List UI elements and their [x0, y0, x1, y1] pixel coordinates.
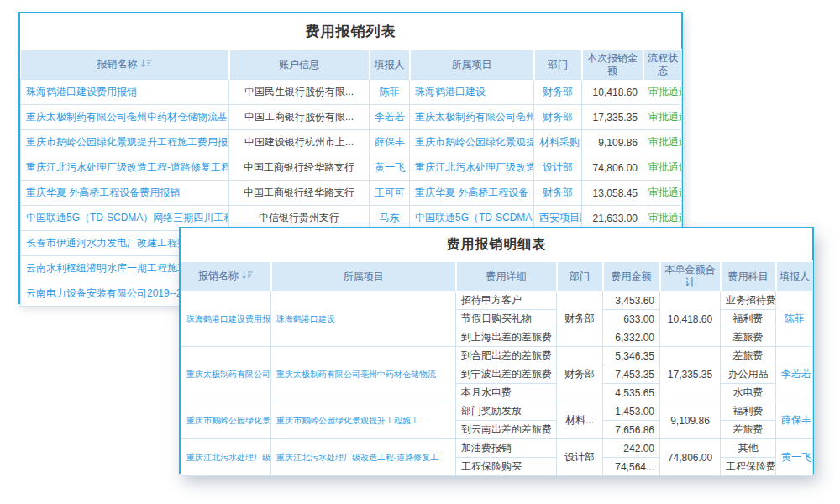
total-cell: 10,418.60	[660, 291, 721, 347]
col-header-amount: 费用金额	[603, 261, 660, 291]
category-cell: 差旅费	[721, 421, 776, 439]
detail-row: 重庆江北污水处理厂级改造工程- 重庆江北污水处理厂级改造工程-道路修复工 加油费…	[181, 439, 813, 458]
account-cell: 中国工商银行经华路支行	[229, 181, 370, 206]
project-link[interactable]: 重庆市鹅岭公园绿化景观提升...	[410, 130, 534, 155]
reporter-link[interactable]: 李若若	[776, 347, 813, 402]
detail-cell: 到云南出差的差旅费	[456, 421, 557, 439]
amount-cell: 7,453.35	[603, 365, 660, 384]
project-link[interactable]: 重庆太极制药有限公司亳州中...	[410, 105, 534, 130]
dept-link[interactable]: 材料采购	[534, 130, 582, 155]
reporter-link[interactable]: 陈菲	[370, 80, 410, 105]
dept-link[interactable]: 财务部	[534, 80, 582, 105]
reimburse-name-link[interactable]: 珠海鹤港口建设费用报销	[21, 80, 229, 105]
status-badge: 审批通过	[643, 181, 682, 206]
col-header-reimburse-name[interactable]: 报销名称	[181, 261, 271, 291]
account-cell: 中国建设银行杭州市上...	[229, 130, 370, 155]
detail-cell: 节假日购买礼物	[456, 310, 557, 328]
expense-detail-table: 报销名称 所属项目 费用详细 部门 费用金额 本单金额合计 费用科目 填报人 珠…	[181, 260, 813, 476]
sort-amount-icon[interactable]	[141, 59, 152, 71]
category-cell: 福利费	[721, 402, 776, 421]
amount-cell: 13,058.45	[582, 181, 643, 206]
sort-amount-icon[interactable]	[242, 270, 253, 283]
detail-cell: 工程保险购买	[456, 458, 557, 476]
expense-list-title: 费用报销列表	[20, 13, 681, 49]
col-header-reimburse-name[interactable]: 报销名称	[21, 50, 229, 80]
dept-link[interactable]: 财务部	[534, 181, 582, 206]
dept-cell: 财务部	[557, 347, 603, 402]
col-header-account: 账户信息	[229, 50, 370, 80]
amount-cell: 633.00	[603, 310, 660, 328]
detail-cell: 本月水电费	[456, 384, 557, 402]
col-header-detail: 费用详细	[456, 261, 557, 291]
reimburse-name-link[interactable]: 重庆市鹅岭公园绿化景观提升工程施工费用报销	[21, 130, 229, 155]
amount-cell: 74,806.00	[582, 155, 643, 181]
status-badge: 审批通过	[643, 80, 682, 105]
expense-detail-title: 费用报销明细表	[181, 228, 812, 260]
reimburse-name-link[interactable]: 珠海鹤港口建设费用报销	[181, 291, 271, 347]
col-header-reporter: 填报人	[370, 50, 410, 80]
total-cell: 9,109.86	[660, 402, 721, 439]
detail-cell: 部门奖励发放	[456, 402, 557, 421]
reimburse-name-link[interactable]: 重庆江北污水处理厂级改造工程-道路修复工程费用...	[21, 155, 229, 181]
category-cell: 差旅费	[721, 328, 776, 347]
dept-link[interactable]: 设计部	[534, 155, 582, 181]
reporter-link[interactable]: 黄一飞	[370, 155, 410, 181]
project-link[interactable]: 重庆江北污水处理厂级改造工程-道路修复工	[271, 439, 456, 476]
expense-row: 珠海鹤港口建设费用报销 中国民生银行股份有限... 陈菲 珠海鹤港口建设 财务部…	[21, 80, 682, 105]
reporter-link[interactable]: 薛保丰	[370, 130, 410, 155]
detail-cell: 到上海出差的差旅费	[456, 328, 557, 347]
amount-cell: 6,332.00	[603, 328, 660, 347]
category-cell: 办公用品	[721, 365, 776, 384]
amount-cell: 4,535.65	[603, 384, 660, 402]
reimburse-name-link[interactable]: 重庆太极制药有限公司亳州中药材	[181, 347, 271, 402]
amount-cell: 17,335.35	[582, 105, 643, 130]
account-cell: 中国民生银行股份有限...	[229, 80, 370, 105]
col-header-amount: 本次报销金额	[582, 50, 643, 80]
expense-detail-card: 费用报销明细表 报销名称 所属项目 费用详细 部门 费用金额 本单金额合计 费用…	[179, 227, 814, 474]
reimburse-name-link[interactable]: 重庆江北污水处理厂级改造工程-	[181, 439, 271, 476]
reimburse-name-link[interactable]: 重庆太极制药有限公司亳州中药材仓储物流基地项...	[21, 105, 229, 130]
reporter-link[interactable]: 黄一飞	[776, 439, 813, 476]
total-cell: 74,806.00	[660, 439, 721, 476]
dept-cell: 材料...	[557, 402, 603, 439]
expense-row: 重庆市鹅岭公园绿化景观提升工程施工费用报销 中国建设银行杭州市上... 薛保丰 …	[21, 130, 682, 155]
amount-cell: 1,453.00	[603, 402, 660, 421]
reimburse-name-link[interactable]: 重庆市鹅岭公园绿化景观提升工程	[181, 402, 271, 439]
amount-cell: 74,564...	[603, 458, 660, 476]
detail-cell: 招待甲方客户	[456, 291, 557, 310]
col-header-project: 所属项目	[271, 261, 456, 291]
detail-row: 重庆市鹅岭公园绿化景观提升工程 重庆市鹅岭公园绿化景观提升工程施工 部门奖励发放…	[181, 402, 813, 421]
status-badge: 审批通过	[643, 105, 682, 130]
project-link[interactable]: 珠海鹤港口建设	[410, 80, 534, 105]
total-cell: 17,335.35	[660, 347, 721, 402]
expense-row: 重庆太极制药有限公司亳州中药材仓储物流基地项... 中国工商银行股份有限... …	[21, 105, 682, 130]
category-cell: 工程保险费	[721, 458, 776, 476]
expense-detail-header-row: 报销名称 所属项目 费用详细 部门 费用金额 本单金额合计 费用科目 填报人	[181, 261, 813, 291]
reimburse-name-link[interactable]: 重庆华夏 外高桥工程设备费用报销	[21, 181, 229, 206]
amount-cell: 242.00	[603, 439, 660, 458]
dept-cell: 财务部	[557, 291, 603, 347]
reporter-link[interactable]: 陈菲	[776, 291, 813, 347]
category-cell: 其他	[721, 439, 776, 458]
project-link[interactable]: 重庆市鹅岭公园绿化景观提升工程施工	[271, 402, 456, 439]
category-cell: 福利费	[721, 310, 776, 328]
amount-cell: 3,453.60	[603, 291, 660, 310]
expense-row: 重庆江北污水处理厂级改造工程-道路修复工程费用... 中国工商银行经华路支行 黄…	[21, 155, 682, 181]
detail-cell: 加油费报销	[456, 439, 557, 458]
expense-list-header-row: 报销名称 账户信息 填报人 所属项目 部门 本次报销金额 流程状态	[21, 50, 682, 80]
amount-cell: 5,346.35	[603, 347, 660, 365]
project-link[interactable]: 重庆江北污水处理厂级改造工...	[410, 155, 534, 181]
col-header-project: 所属项目	[410, 50, 534, 80]
reporter-link[interactable]: 王可可	[370, 181, 410, 206]
project-link[interactable]: 珠海鹤港口建设	[271, 291, 456, 347]
reporter-link[interactable]: 薛保丰	[776, 402, 813, 439]
amount-cell: 7,656.86	[603, 421, 660, 439]
project-link[interactable]: 重庆华夏 外高桥工程设备	[410, 181, 534, 206]
detail-cell: 到宁波出差的差旅费	[456, 365, 557, 384]
dept-link[interactable]: 财务部	[534, 105, 582, 130]
detail-row: 重庆太极制药有限公司亳州中药材 重庆太极制药有限公司亳州中药材仓储物流 到合肥出…	[181, 347, 813, 365]
account-cell: 中国工商银行股份有限...	[229, 105, 370, 130]
project-link[interactable]: 重庆太极制药有限公司亳州中药材仓储物流	[271, 347, 456, 402]
reporter-link[interactable]: 李若若	[370, 105, 410, 130]
detail-row: 珠海鹤港口建设费用报销 珠海鹤港口建设 招待甲方客户 财务部 3,453.60 …	[181, 291, 813, 310]
